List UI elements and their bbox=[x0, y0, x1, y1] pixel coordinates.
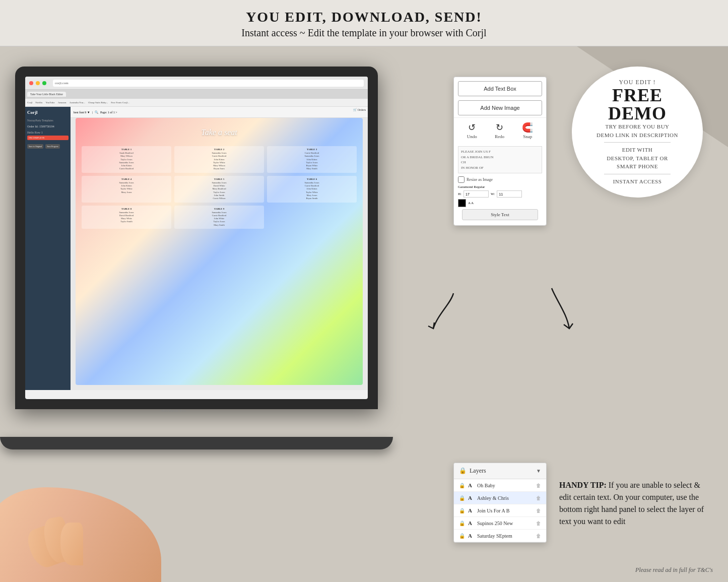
layer-trash-icon-2[interactable]: 🗑 bbox=[536, 495, 541, 501]
style-text-button[interactable]: Style Text bbox=[462, 209, 538, 220]
save-to-original-btn[interactable]: Save to Original bbox=[27, 144, 43, 149]
save-progress-btn[interactable]: Save Progress bbox=[45, 144, 60, 149]
bookmark-4: Amazon bbox=[58, 101, 67, 104]
edit-panel: Add Text Box Add New Image ↺ Undo ↻ Redo… bbox=[453, 77, 547, 226]
height-label: H: bbox=[458, 192, 461, 196]
layer-item-ashley-chris[interactable]: 🔒 A Ashley & Chris 🗑 bbox=[454, 492, 546, 504]
bookmark-6: Cheap Suits Baby... bbox=[88, 101, 108, 104]
layer-trash-icon-5[interactable]: 🗑 bbox=[536, 533, 541, 539]
layers-title-text: Layers bbox=[470, 467, 486, 475]
layers-header: 🔒 Layers ▼ bbox=[454, 463, 546, 479]
bookmark-1: Corjl bbox=[27, 101, 32, 104]
seating-chart-preview: Take a seat TABLE 1 Sarah BradfordMary W… bbox=[76, 118, 363, 385]
finger-3 bbox=[60, 523, 83, 565]
table-4-header: TABLE 4 bbox=[84, 178, 169, 180]
layer-lock-icon-5: 🔒 bbox=[459, 533, 465, 539]
demo-try-before: TRY BEFORE YOU BUY DEMO LINK IN DESCRIPT… bbox=[597, 122, 678, 139]
corjl-interface: Corjl NocrayParty Templates Order Id: 15… bbox=[25, 107, 368, 390]
layer-trash-icon-3[interactable]: 🗑 bbox=[536, 508, 541, 513]
corjl-incomplete-badge: INCOMPLETE bbox=[27, 136, 69, 140]
text-preview-box: PLEASE JOIN US F OR A BRIDAL BRUN CH IN … bbox=[458, 146, 542, 173]
handy-tip-bold: HANDY TIP: bbox=[559, 481, 607, 489]
layer-item-join-us[interactable]: 🔒 A Join Us For A B 🗑 bbox=[454, 504, 546, 517]
corjl-order-id: Order Id: 1509758194 bbox=[27, 125, 69, 128]
table-1-names: Sarah BradfordMary WilsonTaylor JonesSam… bbox=[84, 152, 169, 171]
add-text-box-button[interactable]: Add Text Box bbox=[458, 81, 542, 96]
browser-bar: corjl.com bbox=[25, 77, 368, 90]
laptop-screen: corjl.com Take Your Little Black Editor … bbox=[25, 77, 368, 399]
preview-line-1: PLEASE JOIN US F bbox=[461, 149, 539, 155]
layer-item-oh-baby[interactable]: 🔒 A Oh Baby 🗑 bbox=[454, 479, 546, 492]
table-6-header: TABLE 6 bbox=[269, 178, 355, 180]
corjl-sidebar: Corjl NocrayParty Templates Order Id: 15… bbox=[25, 107, 71, 390]
free-demo-circle: YOU EDIT ! FREE DEMO TRY BEFORE YOU BUY … bbox=[572, 67, 703, 198]
demo-try-before-text: TRY BEFORE YOU BUY bbox=[605, 123, 669, 130]
layer-name-join-us: Join Us For A B bbox=[477, 508, 533, 513]
table-8-header: TABLE 8 bbox=[84, 208, 169, 210]
table-6-names: Samantha JonesCarrie BradfordJohn Kitten… bbox=[269, 181, 355, 201]
table-6-block: TABLE 6 Samantha JonesCarrie BradfordJoh… bbox=[267, 176, 357, 203]
layer-item-saturday[interactable]: 🔒 A Saturday SEptem 🗑 bbox=[454, 530, 546, 542]
color-swatch[interactable] bbox=[458, 199, 466, 207]
layers-lock-icon: 🔒 bbox=[459, 467, 467, 475]
top-banner: YOU EDIT, DOWNLOAD, SEND! Instant access… bbox=[0, 0, 728, 46]
color-row: A A bbox=[458, 199, 542, 207]
handy-tip-text: HANDY TIP: If you are unable to select &… bbox=[559, 479, 705, 528]
edit-panel-content: PLEASE JOIN US F OR A BRIDAL BRUN CH IN … bbox=[454, 143, 546, 225]
laptop-base: MacBook Pro bbox=[0, 437, 393, 449]
preview-line-2: OR A BRIDAL BRUN bbox=[461, 155, 539, 160]
redo-button[interactable]: ↻ Redo bbox=[495, 122, 504, 139]
browser-dot-yellow bbox=[36, 81, 40, 85]
layer-type-icon-1: A bbox=[468, 482, 474, 488]
layer-name-oh-baby: Oh Baby bbox=[477, 483, 533, 488]
font-size-row: Garamond Regular bbox=[458, 185, 542, 189]
browser-address: corjl.com bbox=[53, 80, 364, 87]
table-9-header: TABLE 9 bbox=[176, 208, 262, 210]
table-9-block: TABLE 9 Samantha JonesCarrie BradfordJoh… bbox=[174, 206, 264, 229]
hand-area bbox=[0, 472, 191, 582]
banner-line1: YOU EDIT, DOWNLOAD, SEND! bbox=[0, 9, 728, 25]
hello-row-label: Hello Row 1 bbox=[27, 131, 69, 134]
font-label: Garamond Regular bbox=[458, 185, 485, 189]
layers-title: 🔒 Layers bbox=[459, 467, 486, 475]
laptop: corjl.com Take Your Little Black Editor … bbox=[15, 67, 388, 480]
toolbar-font-label: best font 9 ▼ bbox=[74, 111, 90, 114]
macbook-label: MacBook Pro bbox=[161, 409, 186, 413]
resize-as-image-checkbox[interactable] bbox=[458, 176, 465, 183]
url-text: corjl.com bbox=[55, 81, 69, 85]
layer-name-ashley-chris: Ashley & Chris bbox=[477, 495, 533, 501]
undo-button[interactable]: ↺ Undo bbox=[467, 122, 477, 139]
demo-instant-access: INSTANT ACCESS bbox=[613, 177, 662, 186]
layer-type-icon-2: A bbox=[468, 495, 474, 501]
demo-smart-phone-label: SMART PHONE bbox=[617, 163, 658, 169]
layers-chevron-icon[interactable]: ▼ bbox=[536, 468, 541, 474]
layer-item-supinos[interactable]: 🔒 A Supinos 250 New 🗑 bbox=[454, 517, 546, 530]
bookmark-7: Free Fonts Corjl... bbox=[111, 101, 129, 104]
corjl-menu-templates[interactable]: NocrayParty Templates bbox=[27, 118, 69, 123]
layer-trash-icon-1[interactable]: 🗑 bbox=[536, 483, 541, 488]
demo-free-label: FREE DEMO bbox=[582, 86, 693, 122]
snap-button[interactable]: 🧲 Snap bbox=[522, 122, 533, 139]
preview-line-3: CH bbox=[461, 160, 539, 165]
layer-lock-icon-1: 🔒 bbox=[459, 483, 465, 488]
height-input[interactable] bbox=[464, 190, 489, 198]
snap-icon: 🧲 bbox=[522, 122, 533, 133]
corjl-main: best font 9 ▼ | 🔍 Page: 1 of 1 > 🛒 Order… bbox=[71, 107, 368, 390]
arrow-to-layers-panel bbox=[542, 283, 582, 339]
table-4-block: TABLE 4 Samantha JonesJohn KittenTaylor … bbox=[82, 176, 171, 203]
font-size-display: A A bbox=[468, 201, 474, 205]
table-3-block: TABLE 3 Carrie BradfordSamantha JonesJoh… bbox=[267, 146, 357, 173]
main-area: corjl.com Take Your Little Black Editor … bbox=[0, 46, 728, 582]
width-label: W: bbox=[491, 192, 495, 196]
toolbar-zoom: 🔍 bbox=[95, 110, 98, 114]
table-2-names: Samantha JonesCarrie BradfordJohn Kitten… bbox=[176, 152, 262, 171]
snap-label: Snap bbox=[523, 134, 532, 139]
layer-trash-icon-4[interactable]: 🗑 bbox=[536, 521, 541, 526]
add-new-image-button[interactable]: Add New Image bbox=[458, 100, 542, 115]
corjl-logo: Corjl bbox=[27, 110, 69, 115]
width-input[interactable] bbox=[497, 190, 522, 198]
toolbar-orders-btn[interactable]: 🛒 Orders bbox=[353, 108, 366, 111]
browser-dot-red bbox=[29, 81, 33, 85]
table-3-header: TABLE 3 bbox=[269, 148, 355, 151]
browser-tab-active[interactable]: Take Your Little Black Editor bbox=[27, 92, 66, 97]
